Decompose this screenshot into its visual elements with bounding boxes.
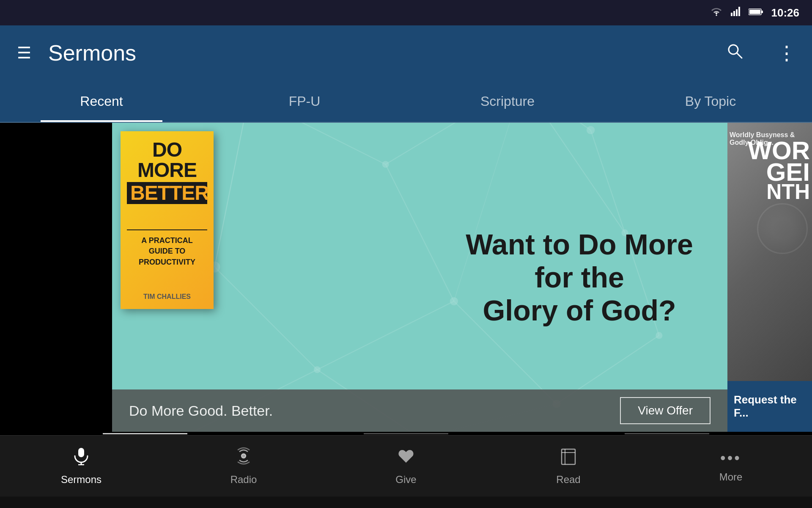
nav-label-sermons: Sermons [61, 474, 102, 486]
left-panel [0, 123, 112, 432]
app-bar: ☰ Sermons ⋮ [0, 25, 812, 80]
nav-label-read: Read [556, 474, 580, 486]
view-offer-button[interactable]: View Offer [620, 397, 710, 424]
svg-rect-2 [736, 9, 738, 16]
microphone-icon [72, 447, 91, 469]
svg-line-24 [386, 164, 454, 301]
svg-line-34 [591, 130, 625, 232]
book-subtitle: A PRACTICALGUIDE TOPRODUCTIVITY [127, 235, 207, 268]
tab-recent[interactable]: Recent [0, 80, 203, 122]
radio-waves-icon [234, 447, 253, 469]
nav-item-sermons[interactable]: Sermons [0, 447, 162, 486]
nav-item-radio[interactable]: Radio [162, 447, 325, 486]
svg-line-22 [386, 123, 522, 164]
svg-line-25 [317, 301, 454, 370]
banner-tagline: Do More Good. Better. [129, 403, 607, 419]
nav-label-give: Give [395, 474, 416, 486]
wifi-icon [710, 7, 722, 19]
banner-offer-strip: Do More Good. Better. View Offer [112, 389, 727, 432]
svg-rect-6 [749, 10, 760, 14]
tab-bar: Recent FP-U Scripture By Topic [0, 80, 812, 123]
nav-label-radio: Radio [230, 474, 257, 486]
nav-item-more[interactable]: ••• More [650, 449, 812, 483]
menu-icon[interactable]: ☰ [17, 44, 31, 62]
svg-rect-38 [78, 448, 84, 457]
more-options-icon[interactable]: ⋮ [777, 41, 795, 64]
svg-point-41 [241, 454, 246, 458]
scroll-indicator-1 [103, 433, 187, 434]
book-title-do: DO [127, 140, 207, 160]
right-panel-bottom[interactable]: Request the F... [727, 381, 812, 432]
book-author: TIM CHALLIES [143, 293, 191, 301]
svg-line-27 [215, 123, 249, 267]
signal-bars-icon [731, 7, 740, 19]
scroll-indicator-row [0, 432, 812, 435]
nav-item-give[interactable]: Give [325, 447, 487, 486]
status-bar: 10:26 [0, 0, 812, 25]
svg-line-21 [249, 123, 385, 164]
bottom-navigation: Sermons Radio Give [0, 435, 812, 497]
heart-icon [397, 447, 415, 469]
scroll-indicator-2 [364, 433, 448, 434]
tab-scripture[interactable]: Scripture [406, 80, 609, 122]
svg-line-35 [215, 123, 249, 267]
app-title: Sermons [48, 40, 726, 66]
banner-area[interactable]: DO MORE BETTER A PRACTICALGUIDE TOPRODUC… [112, 123, 727, 432]
book-title-better: BETTER [127, 182, 207, 204]
svg-rect-42 [562, 449, 575, 464]
right-panel: WOR GEI NTH Worldly Busyness & Godly Obl… [727, 123, 812, 432]
svg-line-33 [522, 123, 591, 130]
tab-fpu[interactable]: FP-U [203, 80, 406, 122]
main-content: DO MORE BETTER A PRACTICALGUIDE TOPRODUC… [0, 123, 812, 432]
nav-label-more: More [719, 471, 743, 483]
status-time: 10:26 [771, 6, 800, 19]
svg-line-23 [522, 123, 625, 233]
svg-rect-1 [733, 11, 735, 16]
nav-item-read[interactable]: Read [487, 447, 650, 486]
svg-line-26 [215, 267, 318, 370]
right-panel-image[interactable]: WOR GEI NTH Worldly Busyness & Godly Obl… [727, 123, 812, 381]
system-nav-bar: ◀ ⬤ ■ [0, 497, 812, 508]
right-panel-label: Request the F... [734, 393, 806, 420]
svg-rect-0 [731, 13, 732, 16]
banner-main-text: Want to Do More for the Glory of God? [457, 228, 702, 327]
battery-icon [749, 7, 763, 18]
svg-rect-5 [761, 11, 763, 13]
tab-bytopic[interactable]: By Topic [609, 80, 812, 122]
book-cover-image[interactable]: DO MORE BETTER A PRACTICALGUIDE TOPRODUC… [121, 131, 214, 309]
more-dots-icon: ••• [720, 449, 741, 467]
scroll-indicator-3 [625, 433, 709, 434]
search-icon[interactable] [726, 42, 743, 64]
svg-rect-3 [738, 7, 740, 16]
svg-line-8 [737, 53, 742, 58]
book-title-more: MORE [127, 160, 207, 180]
book-icon [559, 447, 578, 469]
